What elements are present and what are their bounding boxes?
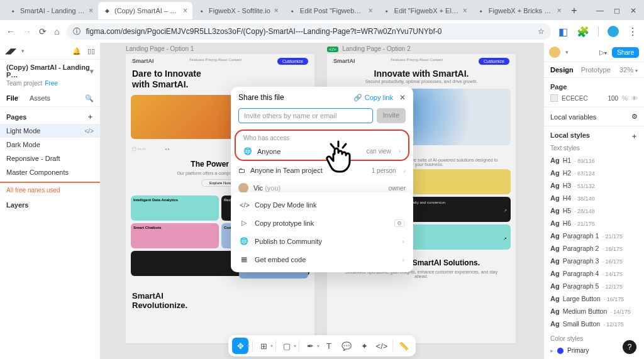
profile-avatar[interactable] (608, 26, 619, 37)
frame-tool[interactable]: ⊞ (255, 338, 272, 354)
text-style-row[interactable]: AgH6 · 21/175 (550, 217, 638, 229)
help-button[interactable]: ? (623, 340, 636, 354)
panels-icon[interactable]: ▯▯ (87, 47, 95, 55)
text-style-row[interactable]: AgMedium Button · 14/175 (550, 305, 638, 318)
rp-local-vars[interactable]: Local variables⚙ (544, 108, 644, 126)
text-style-row[interactable]: AgH3 · 51/132 (550, 179, 638, 192)
access-row-team[interactable]: 🗀 Anyone in Team project 1 person › (231, 162, 413, 179)
color-hex[interactable]: ECECEC (562, 95, 588, 102)
notifications-icon[interactable]: 🔔 (72, 47, 81, 55)
embed-icon: ▦ (240, 255, 248, 263)
menu-publish-community[interactable]: 🌐Publish to Community› (231, 232, 413, 250)
bookmark-star-icon[interactable]: ☆ (538, 27, 545, 36)
text-style-row[interactable]: AgParagraph 3 · 16/175 (550, 255, 638, 267)
ag-sample: Ag (550, 207, 560, 214)
text-style-row[interactable]: AgParagraph 1 · 21/175 (550, 229, 638, 242)
browser-tab-active[interactable]: ◆(Copy) SmartAI – Landing …× (98, 2, 192, 19)
tab-close[interactable]: × (183, 6, 187, 15)
access-permission[interactable]: can view (367, 148, 391, 155)
team-project-label[interactable]: Team projectFree (0, 80, 100, 91)
invite-button[interactable]: Invite (377, 108, 406, 123)
browser-tab[interactable]: ⬥Edit "FigwebX + Elemento…× (378, 2, 472, 19)
comment-tool[interactable]: 💬 (338, 338, 355, 354)
ruler-tool[interactable]: 📏 (396, 338, 412, 354)
text-style-row[interactable]: AgH2 · 67/124 (550, 167, 638, 179)
copy-link-button[interactable]: 🔗Copy link (353, 94, 393, 102)
text-style-row[interactable]: AgParagraph 2 · 16/175 (550, 242, 638, 255)
home-button[interactable]: ⌂ (54, 26, 59, 36)
extension-icon[interactable]: ◧ (558, 26, 568, 38)
maximize-button[interactable]: ◻ (614, 6, 620, 15)
actions-tool[interactable]: ✦ (356, 338, 372, 354)
text-style-row[interactable]: AgSmall Button · 12/175 (550, 318, 638, 330)
site-info-icon[interactable]: ⓘ (73, 26, 80, 37)
browser-tab[interactable]: ⬥Edit Post "FigwebX + Gute…× (284, 2, 378, 19)
back-button[interactable]: ← (6, 26, 15, 36)
page-item[interactable]: Reponsive - Draft (0, 152, 100, 165)
page-item[interactable]: Light Mode</> (0, 124, 100, 138)
menu-copy-prototype-link[interactable]: ▷Copy prototype link⚙ (231, 214, 413, 232)
tab-file[interactable]: File (6, 94, 18, 102)
add-style-button[interactable]: ＋ (631, 131, 638, 141)
browser-tab[interactable]: ⬥SmartAI - Landing Page - …× (4, 2, 98, 19)
dev-mode-toggle[interactable]: </> (374, 338, 390, 354)
extensions-puzzle-icon[interactable]: 🧩 (577, 26, 589, 38)
text-style-row[interactable]: AgH1 · 89/116 (550, 154, 638, 167)
tab-title: Edit "FigwebX + Elemento… (394, 7, 459, 14)
invite-input[interactable]: Invite others by name or email (238, 108, 373, 123)
page-background-row[interactable]: ECECEC 100 % 👁 (550, 94, 638, 102)
add-page-button[interactable]: ＋ (87, 112, 94, 121)
browser-tab[interactable]: ⬥FigwebX - Softlite.io× (192, 2, 284, 19)
share-button[interactable]: Share (612, 47, 639, 58)
tab-assets[interactable]: Assets (30, 94, 50, 102)
variables-settings-icon[interactable]: ⚙ (631, 113, 638, 121)
text-tool[interactable]: T (321, 338, 337, 354)
color-opacity[interactable]: 100 (608, 95, 618, 102)
url-input[interactable]: ⓘ figma.com/design/PgociEMJVc9R5LL3zos3o… (67, 23, 551, 40)
tab-design[interactable]: Design (550, 66, 574, 74)
figma-logo-icon[interactable]: ◢◤ (5, 47, 16, 55)
present-button[interactable]: ▷▾ (599, 48, 607, 57)
tab-close[interactable]: × (369, 6, 373, 15)
plan-warning[interactable]: All free nanes used (0, 183, 100, 197)
browser-menu-icon[interactable]: ⋮ (628, 26, 638, 38)
page-item[interactable]: Master Components (0, 165, 100, 179)
tab-close[interactable]: × (274, 6, 279, 15)
forward-button[interactable]: → (23, 26, 31, 36)
file-title[interactable]: (Copy) SmartAI - Landing P…▾ (0, 60, 100, 80)
figma-canvas[interactable]: Landing Page - Option 1 </> Landing Page… (101, 43, 543, 359)
menu-copy-dev-link[interactable]: </>Copy Dev Mode link (231, 196, 413, 214)
reload-button[interactable]: ⟳ (39, 26, 47, 36)
text-style-row[interactable]: AgH4 · 38/140 (550, 192, 638, 204)
minimize-button[interactable]: — (596, 6, 604, 15)
browser-tab[interactable]: ⬥FigwebX + Bricks (Builder) …× (472, 2, 567, 19)
search-icon[interactable]: 🔍 (85, 94, 94, 102)
new-tab-button[interactable]: + (567, 5, 582, 16)
layers-section-header[interactable]: Layers (0, 197, 100, 213)
menu-get-embed-code[interactable]: ▦Get embed code› (231, 250, 413, 268)
move-tool[interactable]: ✥ (232, 338, 248, 354)
color-swatch[interactable] (550, 94, 558, 102)
text-style-row[interactable]: AgH5 · 28/148 (550, 204, 638, 217)
access-row-anyone[interactable]: 🌐 Anyone can view › (236, 143, 408, 160)
shape-tool[interactable]: ▢ (279, 338, 295, 354)
zoom-control[interactable]: 32% ▾ (619, 66, 638, 74)
figma-menu-chevron-icon[interactable]: ▾ (21, 48, 25, 54)
chevron-down-icon[interactable]: ▾ (565, 49, 569, 55)
text-style-row[interactable]: AgParagraph 4 · 14/175 (550, 267, 638, 280)
tab-close[interactable]: × (89, 6, 93, 15)
text-style-row[interactable]: AgParagraph 5 · 12/175 (550, 280, 638, 292)
text-style-row[interactable]: AgLarge Button · 16/175 (550, 292, 638, 305)
dev-mode-icon[interactable]: </> (85, 128, 94, 135)
tab-close[interactable]: × (463, 6, 467, 15)
close-window-button[interactable]: ✕ (630, 6, 636, 15)
tab-prototype[interactable]: Prototype (581, 66, 611, 74)
close-dialog-button[interactable]: ✕ (399, 93, 406, 102)
page-item[interactable]: Dark Mode (0, 138, 100, 152)
visibility-icon[interactable]: 👁 (631, 95, 638, 102)
tab-close[interactable]: × (557, 6, 562, 15)
user-avatar[interactable] (549, 47, 560, 58)
pen-tool[interactable]: ✒ (302, 338, 318, 354)
color-dot (557, 348, 564, 354)
options-badge-icon[interactable]: ⚙ (394, 219, 404, 227)
